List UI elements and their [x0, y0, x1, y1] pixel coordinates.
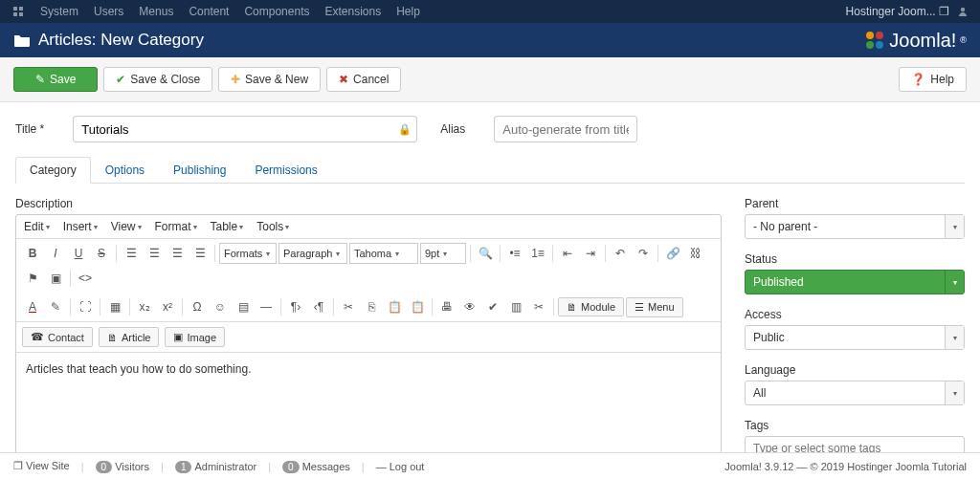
visitors-link[interactable]: 0Visitors: [96, 461, 149, 472]
hr-icon[interactable]: —: [256, 296, 277, 317]
module-button[interactable]: 🗎Module: [558, 297, 624, 316]
copy-icon[interactable]: ⎘: [361, 296, 382, 317]
outdent-icon[interactable]: ⇤: [557, 243, 578, 264]
find-icon[interactable]: 🔍: [475, 243, 496, 264]
svg-point-8: [876, 41, 883, 49]
paragraph-select[interactable]: Paragraph▾: [278, 243, 347, 264]
menu-system[interactable]: System: [40, 5, 78, 18]
menu-button[interactable]: ☰Menu: [626, 297, 683, 317]
anchor-icon[interactable]: ⚑: [22, 268, 43, 289]
tab-permissions[interactable]: Permissions: [240, 157, 331, 184]
bgcolor-icon[interactable]: ✎: [45, 296, 66, 317]
tab-publishing[interactable]: Publishing: [159, 157, 240, 184]
pastetext-icon[interactable]: 📋: [407, 296, 428, 317]
tab-category[interactable]: Category: [15, 157, 91, 184]
menu-help[interactable]: Help: [396, 5, 420, 18]
menu-users[interactable]: Users: [94, 5, 123, 18]
bold-icon[interactable]: B: [22, 243, 43, 264]
title-input[interactable]: [73, 116, 417, 142]
formats-select[interactable]: Formats▾: [219, 243, 277, 264]
save-close-button[interactable]: ✔Save & Close: [103, 67, 212, 92]
access-select[interactable]: Public▾: [745, 325, 965, 350]
tabs: Category Options Publishing Permissions: [15, 156, 965, 184]
help-button[interactable]: ❓Help: [899, 67, 967, 92]
ltr-icon[interactable]: ¶›: [285, 296, 306, 317]
preview-icon[interactable]: 👁: [459, 296, 480, 317]
indent-icon[interactable]: ⇥: [580, 243, 601, 264]
code-icon[interactable]: <>: [75, 268, 96, 289]
save-new-button[interactable]: ✚Save & New: [218, 67, 321, 92]
joomla-icon[interactable]: [11, 5, 25, 18]
language-select[interactable]: All▾: [745, 381, 965, 405]
char-icon[interactable]: Ω: [187, 296, 208, 317]
action-toolbar: ✎Save ✔Save & Close ✚Save & New ✖Cancel …: [0, 57, 980, 102]
menu-icon: ☰: [635, 301, 644, 314]
logout-link[interactable]: — Log out: [376, 461, 425, 472]
lock-icon[interactable]: 🔒: [398, 123, 412, 136]
menu-extensions[interactable]: Extensions: [324, 5, 381, 18]
description-label: Description: [15, 197, 722, 210]
image-button[interactable]: ▣Image: [165, 327, 225, 347]
underline-icon[interactable]: U: [68, 243, 89, 264]
editor-menu-tools[interactable]: Tools▾: [256, 220, 289, 233]
svg-point-5: [866, 32, 874, 39]
cut-icon[interactable]: ✂: [338, 296, 359, 317]
view-site-link[interactable]: ❐ View Site: [13, 460, 70, 472]
site-name[interactable]: Hostinger Joom... ❐: [846, 5, 949, 18]
tab-options[interactable]: Options: [91, 157, 159, 184]
svg-point-6: [876, 32, 883, 39]
paste-icon[interactable]: 📋: [384, 296, 405, 317]
messages-link[interactable]: 0Messages: [282, 461, 350, 472]
unlink-icon[interactable]: ⛓: [685, 243, 706, 264]
textcolor-icon[interactable]: A: [22, 296, 43, 317]
editor-menu-table[interactable]: Table▾: [211, 220, 244, 233]
menu-components[interactable]: Components: [244, 5, 309, 18]
status-select[interactable]: Published▾: [745, 270, 965, 294]
cancel-button[interactable]: ✖Cancel: [326, 67, 401, 92]
help-icon: ❓: [911, 73, 925, 86]
menu-menus[interactable]: Menus: [139, 5, 173, 18]
admin-link[interactable]: 1Administrator: [175, 461, 256, 472]
save-button[interactable]: ✎Save: [13, 67, 98, 92]
template-icon[interactable]: ▥: [505, 296, 526, 317]
editor-menu-insert[interactable]: Insert▾: [63, 220, 98, 233]
alias-input[interactable]: [494, 116, 637, 142]
font-select[interactable]: Tahoma▾: [349, 243, 418, 264]
sup-icon[interactable]: x²: [157, 296, 178, 317]
pagebreak-icon[interactable]: ✂: [528, 296, 549, 317]
media-icon[interactable]: ▤: [233, 296, 254, 317]
menu-content[interactable]: Content: [189, 5, 229, 18]
print-icon[interactable]: 🖶: [436, 296, 457, 317]
file-icon: 🗎: [107, 332, 118, 343]
link-icon[interactable]: 🔗: [662, 243, 683, 264]
contact-button[interactable]: ☎Contact: [22, 327, 93, 347]
spellcheck-icon[interactable]: ✔: [482, 296, 503, 317]
folder-icon: [13, 33, 31, 48]
table-icon[interactable]: ▦: [104, 296, 125, 317]
article-button[interactable]: 🗎Article: [99, 327, 160, 347]
italic-icon[interactable]: I: [45, 243, 66, 264]
align-left-icon[interactable]: ☰: [121, 243, 142, 264]
fullscreen-icon[interactable]: ⛶: [75, 296, 96, 317]
align-right-icon[interactable]: ☰: [167, 243, 188, 264]
sub-icon[interactable]: x₂: [134, 296, 155, 317]
title-label: Title *: [15, 122, 44, 136]
fontsize-select[interactable]: 9pt▾: [420, 243, 466, 264]
editor-menu-edit[interactable]: Edit▾: [24, 220, 50, 233]
chevron-down-icon: ▾: [945, 326, 964, 349]
rtl-icon[interactable]: ‹¶: [308, 296, 329, 317]
undo-icon[interactable]: ↶: [610, 243, 631, 264]
user-icon[interactable]: [957, 6, 969, 17]
emoji-icon[interactable]: ☺: [210, 296, 231, 317]
ol-icon[interactable]: 1≡: [527, 243, 548, 264]
redo-icon[interactable]: ↷: [633, 243, 654, 264]
align-justify-icon[interactable]: ☰: [189, 243, 211, 264]
ul-icon[interactable]: •≡: [504, 243, 525, 264]
picture-icon: ▣: [173, 331, 183, 343]
editor-menu-view[interactable]: View▾: [111, 220, 142, 233]
strike-icon[interactable]: S: [91, 243, 112, 264]
editor-menu-format[interactable]: Format▾: [155, 220, 197, 233]
align-center-icon[interactable]: ☰: [144, 243, 165, 264]
parent-select[interactable]: - No parent -▾: [745, 214, 965, 239]
image-icon[interactable]: ▣: [45, 268, 66, 289]
